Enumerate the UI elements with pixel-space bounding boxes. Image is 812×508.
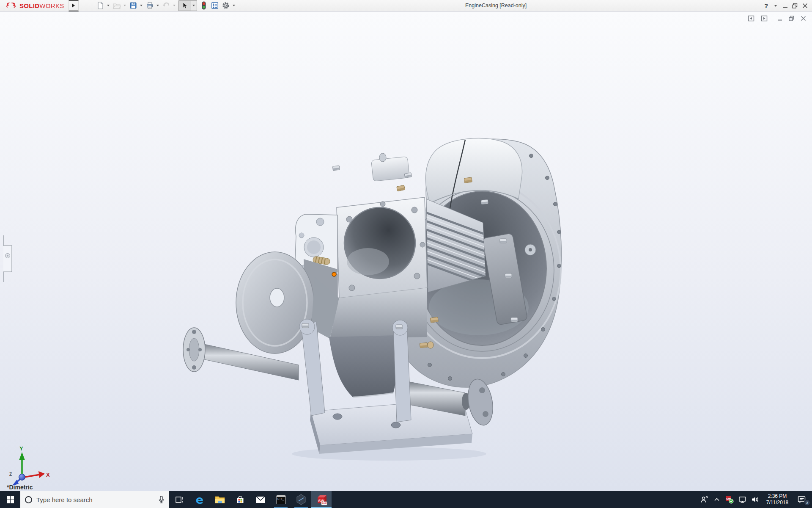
options-button[interactable] bbox=[220, 0, 231, 11]
network-button[interactable] bbox=[736, 491, 749, 508]
collapse-right-pane-button[interactable] bbox=[761, 15, 768, 22]
view-orientation-label: *Dimetric bbox=[7, 484, 33, 491]
properties-button[interactable] bbox=[209, 0, 220, 11]
print-dropdown[interactable] bbox=[155, 0, 161, 11]
task-view-button[interactable] bbox=[169, 491, 189, 508]
select-tool-group bbox=[178, 0, 197, 11]
windows-logo-icon bbox=[7, 496, 14, 503]
select-cursor-icon bbox=[181, 2, 189, 9]
collapse-right-pane-icon bbox=[761, 15, 768, 22]
action-center-button[interactable]: 3 bbox=[793, 491, 810, 508]
flyout-arrow-icon bbox=[72, 3, 75, 8]
open-folder-icon bbox=[112, 1, 121, 10]
undo-button bbox=[161, 0, 172, 11]
taskbar-app-command-prompt[interactable]: C:\_ bbox=[271, 491, 291, 508]
command-prompt-icon: C:\_ bbox=[276, 495, 286, 505]
save-floppy-icon bbox=[129, 1, 137, 10]
hexagon-app-icon bbox=[296, 494, 306, 505]
clock-time: 2:36 PM bbox=[761, 493, 793, 500]
options-gear-icon bbox=[222, 1, 230, 10]
taskbar-search[interactable] bbox=[20, 491, 169, 508]
document-window-controls bbox=[748, 15, 806, 22]
hidden-icons-button[interactable] bbox=[710, 491, 723, 508]
print-button[interactable] bbox=[144, 0, 155, 11]
disc-hole bbox=[270, 288, 284, 307]
mail-icon bbox=[256, 496, 265, 503]
taskbar-app-solidworks[interactable]: SW 2017 bbox=[311, 491, 332, 508]
windows-taskbar: e bbox=[0, 491, 812, 508]
system-tray: SW 2:36 PM bbox=[698, 491, 812, 508]
network-icon bbox=[738, 496, 746, 503]
store-icon bbox=[236, 495, 245, 504]
edge-icon: e bbox=[196, 494, 203, 505]
new-document-icon bbox=[96, 1, 104, 10]
start-button[interactable] bbox=[0, 491, 20, 508]
solidworks-tray-icon: SW bbox=[725, 495, 734, 504]
screen: SOLIDWORKS bbox=[0, 0, 812, 508]
taskbar-app-file-explorer[interactable] bbox=[210, 491, 230, 508]
rebuild-button[interactable] bbox=[198, 0, 209, 11]
document-title: EngineCasing [Read-only] bbox=[465, 0, 527, 11]
close-button[interactable] bbox=[802, 0, 808, 11]
triad-origin-ball bbox=[19, 474, 25, 480]
toolbar-flyout-button[interactable] bbox=[69, 0, 79, 11]
open-button bbox=[111, 0, 122, 11]
help-dropdown[interactable] bbox=[773, 1, 778, 11]
notification-badge: 3 bbox=[804, 500, 810, 506]
collapse-left-pane-button[interactable] bbox=[748, 15, 754, 22]
tab-expand-icon bbox=[7, 255, 8, 257]
cap-bracket-plate bbox=[371, 157, 410, 182]
collapse-left-pane-icon bbox=[748, 15, 754, 22]
brand-solid: SOLID bbox=[19, 2, 39, 9]
close-icon bbox=[802, 3, 808, 8]
minimize-icon bbox=[783, 7, 787, 8]
people-button[interactable] bbox=[698, 491, 710, 508]
solidworks-app-icon: SW 2017 bbox=[316, 494, 327, 505]
graphics-viewport[interactable]: Y X Z *Dimetric bbox=[0, 12, 812, 491]
taskbar-clock[interactable]: 2:36 PM 7/11/2018 bbox=[761, 493, 793, 506]
taskbar-app-store[interactable] bbox=[230, 491, 250, 508]
ds-logo-icon bbox=[5, 1, 18, 10]
microphone-icon[interactable] bbox=[158, 496, 165, 504]
main-toolbar bbox=[95, 0, 237, 11]
brand-text: SOLIDWORKS bbox=[19, 2, 64, 9]
doc-close-icon bbox=[801, 16, 806, 21]
file-explorer-icon bbox=[215, 495, 225, 504]
new-document-dropdown[interactable] bbox=[106, 0, 111, 11]
selection-marker-dot[interactable] bbox=[332, 272, 336, 276]
solidworks-logo: SOLIDWORKS bbox=[0, 0, 69, 11]
cortana-icon bbox=[25, 496, 32, 503]
app-titlebar: SOLIDWORKS bbox=[0, 0, 812, 11]
doc-restore-button[interactable] bbox=[789, 16, 794, 21]
help-button[interactable]: ? bbox=[764, 0, 768, 11]
sw-year: 2017 bbox=[322, 502, 327, 505]
new-document-button[interactable] bbox=[95, 0, 106, 11]
save-button[interactable] bbox=[128, 0, 139, 11]
print-icon bbox=[145, 1, 154, 10]
doc-minimize-button[interactable] bbox=[777, 16, 782, 21]
taskbar-app-mail[interactable] bbox=[250, 491, 271, 508]
brand-works: WORKS bbox=[39, 2, 64, 9]
rebuild-traffic-light-icon bbox=[200, 1, 207, 10]
task-view-icon bbox=[176, 496, 184, 504]
options-dropdown[interactable] bbox=[231, 0, 237, 11]
select-tool-dropdown[interactable] bbox=[191, 1, 197, 11]
scene-canvas[interactable]: Y X Z bbox=[0, 12, 812, 491]
taskbar-app-edge[interactable]: e bbox=[189, 491, 210, 508]
minimize-button[interactable] bbox=[783, 0, 787, 11]
search-input[interactable] bbox=[36, 496, 154, 503]
taskbar-app-hexagon[interactable] bbox=[291, 491, 311, 508]
save-dropdown[interactable] bbox=[139, 0, 144, 11]
undo-dropdown bbox=[172, 0, 177, 11]
restore-button[interactable] bbox=[792, 0, 798, 11]
volume-button[interactable] bbox=[749, 491, 761, 508]
select-tool-button[interactable] bbox=[179, 1, 191, 11]
properties-list-icon bbox=[211, 1, 219, 10]
help-glyph: ? bbox=[764, 3, 768, 9]
doc-close-button[interactable] bbox=[801, 16, 806, 21]
doc-minimize-icon bbox=[777, 16, 782, 21]
restore-icon bbox=[792, 3, 798, 8]
cmd-prompt-text: C:\_ bbox=[277, 497, 284, 500]
solidworks-tray-button[interactable]: SW bbox=[723, 491, 736, 508]
chevron-up-icon bbox=[713, 497, 720, 502]
